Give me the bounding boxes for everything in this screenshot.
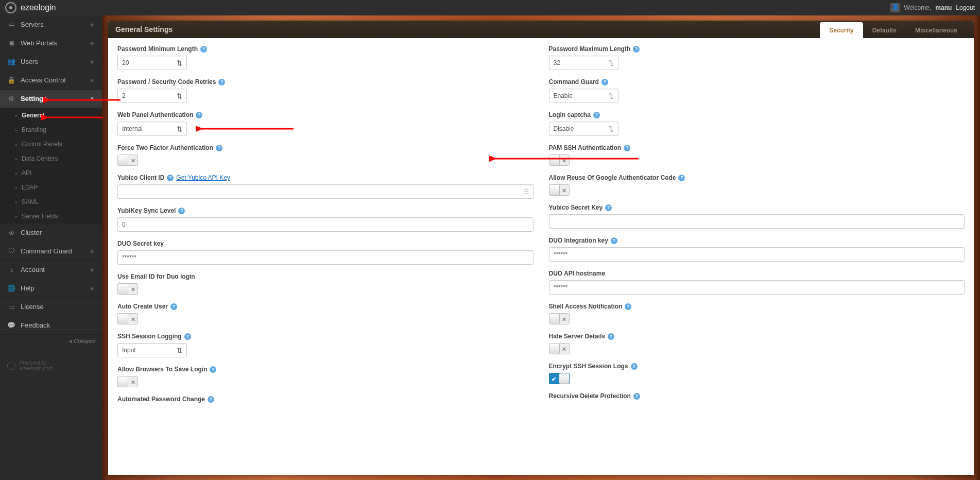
help-icon[interactable]	[170, 303, 177, 310]
sidebar-item-license[interactable]: ▭ License	[0, 298, 102, 316]
help-icon[interactable]	[218, 79, 225, 85]
field-reuse-gauth: Allow Reuse Of Google Authenticator Code	[549, 174, 965, 196]
label: Web Panel Authentication	[117, 111, 193, 118]
gear-icon: ⚙	[7, 95, 15, 102]
help-icon[interactable]	[611, 237, 617, 244]
pwd-max-select[interactable]: 32⇅	[549, 56, 618, 70]
sidebar-item-feedback[interactable]: 💬 Feedback	[0, 316, 102, 335]
lock-icon: 🔒	[7, 76, 15, 84]
webauth-select[interactable]: Internal⇅	[117, 122, 187, 136]
captcha-select[interactable]: Disable⇅	[549, 122, 618, 136]
field-duo-api: DUO API hostname ******	[549, 270, 965, 295]
ssh-log-select[interactable]: Input⇅	[117, 343, 187, 357]
field-yubico-secret: Yubico Secret Key	[549, 204, 965, 229]
help-icon[interactable]	[178, 208, 185, 214]
userbox: Welcome, manu Logout	[890, 3, 975, 12]
sidebar-item-servers[interactable]: ≔ Servers ▶	[0, 15, 102, 34]
username: manu	[935, 4, 952, 11]
help-icon[interactable]	[633, 46, 640, 53]
updown-icon: ⇅	[177, 126, 182, 132]
help-icon[interactable]	[605, 204, 612, 211]
sidebar-item-webportals[interactable]: ▣ Web Portals ▶	[0, 34, 102, 53]
duo-secret-input[interactable]: ******	[117, 250, 534, 265]
powered-by: Powered by ezeelogin.com	[0, 357, 102, 374]
help-icon[interactable]	[210, 366, 216, 373]
subitem-controlpanels[interactable]: Control Panels	[0, 137, 102, 151]
duo-int-input[interactable]: ******	[549, 247, 965, 262]
reuse-gauth-toggle[interactable]	[549, 184, 570, 196]
subitem-branding[interactable]: Branding	[0, 123, 102, 137]
help-icon[interactable]	[608, 333, 614, 340]
sidebar-item-label: Help	[21, 284, 91, 292]
force2fa-toggle[interactable]	[117, 155, 138, 166]
field-auto-create: Auto Create User	[117, 303, 534, 324]
help-icon[interactable]	[633, 393, 640, 400]
subitem-api[interactable]: API	[0, 166, 102, 180]
help-icon[interactable]	[208, 396, 214, 403]
sidebar-item-users[interactable]: 👥 Users ▶	[0, 53, 102, 71]
sidebar-item-commandguard[interactable]: 🛡 Command Guard ▶	[0, 242, 102, 261]
subitem-ldap[interactable]: LDAP	[0, 180, 102, 195]
sidebar-item-cluster[interactable]: ⊛ Cluster	[0, 224, 102, 242]
help-icon[interactable]	[624, 145, 630, 151]
label: Encrypt SSH Session Logs	[549, 363, 628, 370]
brand-icon	[5, 2, 16, 13]
help-icon[interactable]	[216, 145, 222, 151]
field-use-email-duo: Use Email ID for Duo login	[117, 273, 534, 295]
field-pwd-max: Password Maximum Length 32⇅	[549, 45, 965, 70]
yubico-api-link[interactable]: Get Yubico API Key	[176, 174, 230, 181]
use-email-duo-toggle[interactable]	[117, 283, 138, 295]
help-icon[interactable]	[593, 112, 600, 118]
auto-create-toggle[interactable]	[117, 313, 138, 324]
subitem-datacenters[interactable]: Data Centers	[0, 151, 102, 166]
label: Recursive Delete Protection	[549, 392, 631, 400]
yubikey-sync-input[interactable]: 0	[117, 217, 534, 232]
subitem-serverfields[interactable]: Server Fields	[0, 209, 102, 224]
brand-name: ezeelogin	[21, 3, 56, 12]
field-shell-notif: Shell Access Notification	[549, 303, 965, 324]
yubico-id-input[interactable]: ☷	[117, 184, 534, 199]
help-icon[interactable]	[184, 333, 191, 340]
label: Hide Server Details	[549, 333, 605, 340]
brand: ezeelogin	[5, 2, 56, 13]
sidebar-item-accesscontrol[interactable]: 🔒 Access Control ▶	[0, 71, 102, 90]
field-duo-secret: DUO Secret key ******	[117, 240, 534, 265]
retries-select[interactable]: 2⇅	[117, 89, 187, 103]
sidebar-item-label: Settings	[21, 95, 90, 102]
help-icon[interactable]	[625, 303, 631, 310]
duo-api-input[interactable]: ******	[549, 280, 965, 295]
sidebar-item-help[interactable]: 🌐 Help ▶	[0, 279, 102, 298]
field-duo-int: DUO Integration key ******	[549, 237, 965, 262]
encrypt-ssh-toggle[interactable]	[549, 373, 570, 384]
webportals-icon: ▣	[7, 39, 15, 47]
subitem-saml[interactable]: SAML	[0, 195, 102, 209]
pwd-min-select[interactable]: 20⇅	[117, 56, 187, 70]
sidebar-item-settings[interactable]: ⚙ Settings ▼	[0, 90, 102, 108]
label: Password Minimum Length	[117, 45, 198, 53]
field-webauth: Web Panel Authentication Internal⇅	[117, 111, 534, 136]
help-icon[interactable]	[601, 79, 608, 85]
tab-security[interactable]: Security	[820, 22, 863, 38]
subitem-general[interactable]: General	[0, 108, 102, 123]
sidebar-item-account[interactable]: ⌂ Account ▶	[0, 261, 102, 279]
shell-notif-toggle[interactable]	[549, 313, 570, 324]
yubico-secret-input[interactable]	[549, 214, 965, 229]
help-icon[interactable]	[678, 175, 685, 181]
field-cmd-guard: Command Guard Enable⇅	[549, 78, 965, 103]
allow-browser-toggle[interactable]	[117, 376, 138, 387]
pam-toggle[interactable]	[549, 155, 570, 166]
tab-defaults[interactable]: Defaults	[863, 22, 906, 38]
label: Force Two Factor Authentication	[117, 144, 213, 151]
help-icon[interactable]	[196, 112, 202, 118]
help-icon[interactable]	[200, 46, 207, 53]
collapse-button[interactable]: Collapse	[0, 335, 102, 348]
topbar: ezeelogin Welcome, manu Logout	[0, 0, 980, 15]
updown-icon: ⇅	[177, 347, 182, 354]
tab-miscellaneous[interactable]: Miscellaneous	[906, 22, 967, 38]
logout-link[interactable]: Logout	[956, 4, 975, 11]
chevron-down-icon: ▼	[90, 96, 95, 101]
cmd-guard-select[interactable]: Enable⇅	[549, 89, 618, 103]
hide-server-toggle[interactable]	[549, 343, 570, 354]
help-icon[interactable]	[167, 175, 174, 181]
help-icon[interactable]	[631, 363, 638, 370]
